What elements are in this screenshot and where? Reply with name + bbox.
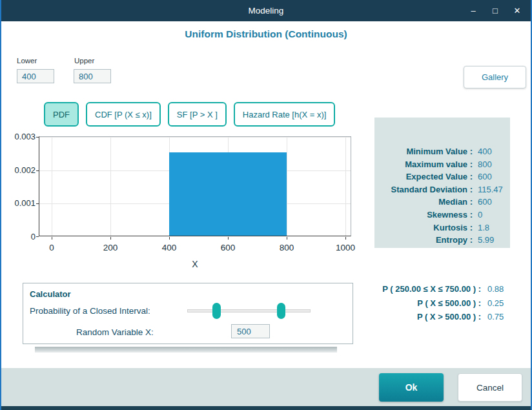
window-bottom-edge: [0, 406, 532, 410]
stat-value: 115.47: [478, 183, 503, 196]
x-tick-label: 1000: [326, 243, 365, 252]
gridline: [52, 137, 52, 236]
stat-value: 0: [478, 209, 482, 221]
y-tick: [36, 137, 39, 138]
modeling-window: Modeling – □ ✕ Uniform Distribution (Con…: [0, 0, 532, 410]
y-tick: [36, 170, 39, 171]
pdf-chart: 0.003 0.002 0.001 0 0 200 400 600 800 10…: [39, 136, 351, 236]
x-tick: [52, 237, 52, 240]
x-tick-label: 800: [267, 243, 306, 252]
page-title: Uniform Distribution (Continuous): [1, 28, 531, 40]
maximize-icon[interactable]: □: [487, 3, 504, 19]
stat-row: Expected Value : 600: [374, 170, 510, 183]
probability-label: P ( X ≤ 500.00 ) :: [324, 296, 481, 311]
probability-label: P ( X > 500.00 ) :: [324, 310, 481, 324]
window-controls: – □ ✕: [465, 0, 526, 21]
x-tick: [110, 237, 111, 240]
probability-row: P ( 250.00 ≤ X ≤ 750.00 ) : 0.88: [324, 282, 516, 296]
x-tick-label: 200: [91, 243, 130, 252]
y-tick-label: 0: [6, 232, 36, 241]
lower-input[interactable]: [17, 69, 54, 83]
x-tick: [228, 237, 229, 240]
x-tick: [345, 237, 346, 240]
stat-row: Skewness : 0: [374, 209, 510, 221]
stat-label: Median :: [374, 196, 473, 209]
gridline: [39, 137, 351, 138]
probability-value: 0.25: [487, 296, 516, 311]
interval-slider-low-handle[interactable]: [212, 303, 221, 319]
stat-label: Standard Deviation :: [374, 183, 473, 196]
upper-input[interactable]: [74, 69, 111, 83]
x-tick-label: 400: [150, 243, 189, 252]
probability-row: P ( X > 500.00 ) : 0.75: [324, 310, 516, 324]
stat-value: 5.99: [478, 234, 494, 247]
tab-hazard-rate[interactable]: Hazard Rate [h(X = x)]: [234, 102, 336, 127]
stat-label: Expected Value :: [374, 170, 473, 183]
closed-interval-label: Probability of a Closed Interval:: [30, 306, 150, 316]
cancel-button[interactable]: Cancel: [458, 373, 522, 402]
stat-value: 400: [478, 145, 492, 158]
stat-row: Entropy : 5.99: [374, 234, 510, 247]
y-tick: [36, 236, 39, 237]
stat-row: Standard Deviation : 115.47: [374, 183, 510, 196]
calculator-title: Calculator: [30, 289, 71, 299]
upper-label: Upper: [74, 57, 94, 65]
stat-row: Maximum value : 800: [374, 158, 510, 171]
x-axis-title: X: [39, 259, 351, 269]
gridline: [287, 137, 287, 236]
gridline: [345, 137, 346, 236]
tab-cdf[interactable]: CDF [P (X ≤ x)]: [86, 102, 161, 127]
y-tick-label: 0.003: [6, 132, 36, 141]
y-tick-label: 0.001: [6, 198, 36, 208]
calculator-groupbox: Calculator Probability of a Closed Inter…: [23, 283, 353, 344]
probability-row: P ( X ≤ 500.00 ) : 0.25: [324, 296, 516, 311]
window-title: Modeling: [0, 0, 532, 21]
random-variable-input[interactable]: [231, 324, 270, 338]
x-tick: [287, 237, 287, 240]
probability-results: P ( 250.00 ≤ X ≤ 750.00 ) : 0.88 P ( X ≤…: [324, 282, 516, 324]
stat-label: Minimum Value :: [374, 145, 473, 158]
uniform-density-bar: [169, 152, 287, 236]
tab-pdf[interactable]: PDF: [44, 102, 79, 127]
stat-value: 600: [478, 170, 492, 183]
stat-row: Kurtosis : 1.8: [374, 221, 510, 234]
minimize-icon[interactable]: –: [465, 3, 482, 19]
stat-row: Minimum Value : 400: [374, 145, 510, 158]
gridline: [110, 137, 111, 236]
stat-label: Kurtosis :: [374, 221, 473, 234]
tab-sf[interactable]: SF [P > X ]: [168, 102, 227, 127]
gallery-button[interactable]: Gallery: [464, 66, 526, 88]
ok-button[interactable]: Ok: [379, 373, 444, 402]
stat-value: 1.8: [478, 221, 489, 234]
titlebar: Modeling – □ ✕: [0, 0, 532, 21]
close-icon[interactable]: ✕: [509, 3, 526, 19]
stat-row: Median : 600: [374, 196, 510, 209]
lower-label: Lower: [17, 57, 37, 65]
y-tick-label: 0.002: [6, 165, 36, 175]
probability-label: P ( 250.00 ≤ X ≤ 750.00 ) :: [324, 282, 481, 296]
footer-bar: [1, 368, 531, 407]
x-tick-label: 0: [32, 243, 71, 252]
interval-slider-high-handle[interactable]: [277, 303, 285, 319]
stat-label: Entropy :: [374, 234, 473, 247]
probability-value: 0.88: [487, 282, 516, 296]
interval-slider-track[interactable]: [187, 309, 311, 313]
stat-label: Maximum value :: [374, 158, 473, 171]
distribution-function-tabs: PDF CDF [P (X ≤ x)] SF [P > X ] Hazard R…: [44, 102, 335, 127]
stat-value: 600: [478, 196, 492, 209]
calculator-shadow: [35, 347, 337, 353]
x-tick-label: 600: [209, 243, 247, 252]
probability-value: 0.75: [487, 310, 516, 324]
x-tick: [169, 237, 170, 240]
random-variable-label: Random Variable X:: [76, 327, 154, 337]
y-tick: [36, 203, 39, 204]
stat-label: Skewness :: [374, 209, 473, 221]
stat-value: 800: [478, 158, 492, 171]
statistics-panel: Minimum Value : 400 Maximum value : 800 …: [374, 118, 510, 248]
